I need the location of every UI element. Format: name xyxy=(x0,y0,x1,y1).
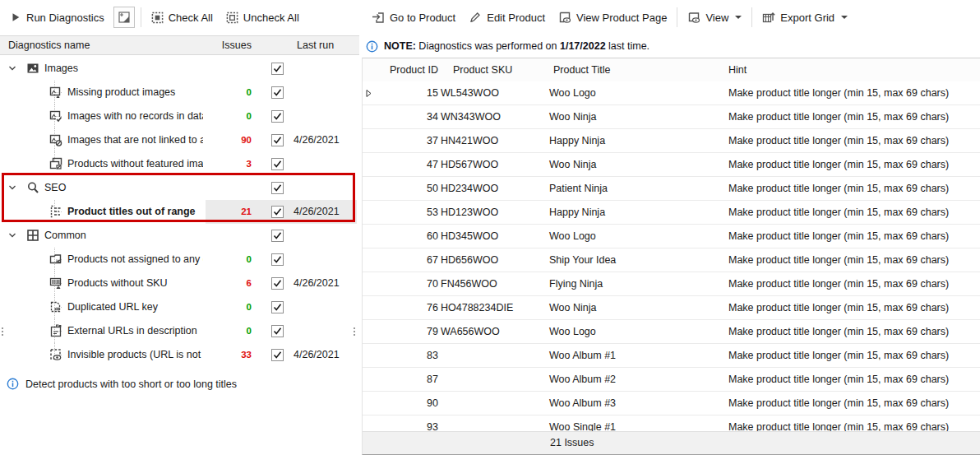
tree-item-missing-product-images[interactable]: Missing product images 0 xyxy=(0,81,359,104)
invisible-product-icon xyxy=(49,348,62,361)
checkbox[interactable] xyxy=(271,182,284,194)
column-header-diagnostics-name[interactable]: Diagnostics name xyxy=(8,39,90,51)
chevron-down-icon xyxy=(841,16,848,19)
cell-product-id: 15 xyxy=(377,87,441,99)
checkbox[interactable] xyxy=(271,277,284,290)
category-folder-icon xyxy=(49,253,62,266)
tree-item-external-urls[interactable]: External URLs in description 0 xyxy=(0,319,359,343)
tree-item-images-no-records[interactable]: Images with no records in database 0 xyxy=(0,104,359,128)
table-row[interactable]: 37 HN421WOO Happy Ninja Make product tit… xyxy=(363,129,980,153)
diagnostics-tree: Images Missing product images 0 Images w… xyxy=(0,57,359,367)
tree-item-images-not-linked[interactable]: Images that are not linked to any produc… xyxy=(0,128,359,152)
tree-item-label: Images with no records in database xyxy=(67,110,203,122)
last-run-date: 4/26/2021 xyxy=(294,277,340,289)
cell-product-sku: HO4788234DIE xyxy=(441,302,549,313)
checkbox[interactable] xyxy=(271,206,284,218)
issues-count-summary: 21 Issues xyxy=(550,437,594,448)
table-row[interactable]: 47 HD567WOO Woo Ninja Make product title… xyxy=(363,153,980,177)
tree-item-invisible-products[interactable]: Invisible products (URL is not correct) … xyxy=(0,343,359,367)
seo-group-icon xyxy=(26,181,39,194)
tree-group-common[interactable]: Common xyxy=(0,224,359,248)
sku-barcode-icon xyxy=(49,276,62,290)
tree-group-label: SEO xyxy=(44,182,203,193)
splitter-grip-right[interactable] xyxy=(354,327,355,336)
tree-item-products-without-sku[interactable]: Products without SKU 6 4/26/2021 xyxy=(0,272,359,295)
column-header-issues[interactable]: Issues xyxy=(206,39,252,51)
cell-product-title: Woo Logo xyxy=(549,230,724,242)
column-header-product-sku[interactable]: Product SKU xyxy=(441,64,549,76)
checkbox[interactable] xyxy=(271,230,284,242)
cell-product-id: 76 xyxy=(377,302,441,313)
table-row[interactable]: 34 WN343WOO Woo Ninja Make product title… xyxy=(363,105,980,129)
column-header-product-title[interactable]: Product Title xyxy=(549,64,724,76)
checkbox[interactable] xyxy=(271,110,284,123)
checkbox[interactable] xyxy=(271,325,284,337)
cell-hint: Make product title longer (min 15, max 6… xyxy=(724,350,980,361)
table-row[interactable]: 60 HD345WOO Woo Logo Make product title … xyxy=(363,225,980,248)
edit-product-button[interactable]: Edit Product xyxy=(462,5,552,30)
cell-hint: Make product title longer (min 15, max 6… xyxy=(724,302,980,313)
table-row[interactable]: 15 WL543WOO Woo Logo Make product title … xyxy=(363,81,980,105)
table-row[interactable]: 93 Woo Single #1 Make product title long… xyxy=(363,416,980,432)
table-row[interactable]: 50 HD234WOO Patient Ninja Make product t… xyxy=(363,177,980,201)
cell-hint: Make product title longer (min 15, max 6… xyxy=(724,230,980,242)
cell-product-title: Woo Album #2 xyxy=(549,374,724,385)
view-icon xyxy=(687,11,700,24)
table-row[interactable]: 76 HO4788234DIE Woo Ninja Make product t… xyxy=(363,296,980,320)
table-row[interactable]: 90 Woo Album #3 Make product title longe… xyxy=(363,392,980,416)
go-to-product-button[interactable]: Go to Product xyxy=(365,5,462,30)
export-grid-label: Export Grid xyxy=(780,12,834,24)
run-diagnostics-button[interactable]: Run Diagnostics xyxy=(3,5,111,30)
chevron-down-icon xyxy=(735,16,742,19)
cell-product-title: Woo Ninja xyxy=(549,302,724,313)
checkbox[interactable] xyxy=(271,86,284,99)
export-grid-button[interactable]: Export Grid xyxy=(756,5,854,30)
splitter-grip-left[interactable] xyxy=(2,327,3,336)
table-row[interactable]: 79 WA656WOO Woo Logo Make product title … xyxy=(363,320,980,344)
tree-item-products-without-featured-image[interactable]: Products without featured image 3 xyxy=(0,152,359,176)
column-header-last-run[interactable]: Last run xyxy=(297,39,334,51)
check-all-button[interactable]: Check All xyxy=(145,5,220,30)
table-row[interactable]: 87 Woo Album #2 Make product title longe… xyxy=(363,368,980,392)
tree-group-label: Images xyxy=(44,63,203,74)
last-run-date: 4/26/2021 xyxy=(294,349,340,360)
tree-group-images[interactable]: Images xyxy=(0,57,359,81)
issues-count: 90 xyxy=(206,135,252,145)
top-toolbar: Run Diagnostics Check All Uncheck All Go… xyxy=(0,0,980,35)
view-dropdown-button[interactable]: View xyxy=(681,5,748,30)
cell-hint: Make product title longer (min 15, max 6… xyxy=(724,254,980,266)
image-check-icon xyxy=(49,109,62,123)
cell-product-sku: HN421WOO xyxy=(441,135,549,146)
title-range-icon xyxy=(49,205,62,218)
checkbox[interactable] xyxy=(271,301,284,313)
cell-product-id: 60 xyxy=(377,230,441,242)
uncheck-all-button[interactable]: Uncheck All xyxy=(220,5,306,30)
cell-product-title: Flying Ninja xyxy=(549,278,724,290)
cell-hint: Make product title longer (min 15, max 6… xyxy=(724,159,980,170)
table-row[interactable]: 53 HD123WOO Happy Ninja Make product tit… xyxy=(363,201,980,225)
checkbox[interactable] xyxy=(271,63,284,75)
chevron-down-icon[interactable] xyxy=(8,231,16,239)
toolbar-separator xyxy=(141,7,141,27)
tree-item-duplicated-url-key[interactable]: Duplicated URL key 0 xyxy=(0,295,359,319)
checkbox[interactable] xyxy=(271,253,284,266)
chevron-down-icon[interactable] xyxy=(8,183,16,192)
tree-item-products-not-assigned-category[interactable]: Products not assigned to any category 0 xyxy=(0,248,359,272)
run-with-parameters-button[interactable] xyxy=(113,7,135,28)
checkbox[interactable] xyxy=(271,158,284,170)
column-header-product-id[interactable]: Product ID xyxy=(377,64,441,76)
checkbox[interactable] xyxy=(271,349,284,361)
view-product-page-button[interactable]: View Product Page xyxy=(552,5,673,30)
cell-product-id: 83 xyxy=(377,350,441,361)
note-bar: NOTE: Diagnostics was performed on 1/17/… xyxy=(362,35,980,58)
checkbox[interactable] xyxy=(271,134,284,146)
column-header-hint[interactable]: Hint xyxy=(724,64,980,76)
table-row[interactable]: 70 FN456WOO Flying Ninja Make product ti… xyxy=(363,272,980,296)
tree-item-product-titles-out-of-range[interactable]: Product titles out of range 21 4/26/2021 xyxy=(0,200,359,224)
tree-group-seo[interactable]: SEO xyxy=(0,176,359,200)
table-row[interactable]: 83 Woo Album #1 Make product title longe… xyxy=(363,344,980,368)
issues-count: 6 xyxy=(206,278,252,288)
table-row[interactable]: 67 HD656WOO Ship Your Idea Make product … xyxy=(363,248,980,272)
cell-product-sku: HD123WOO xyxy=(441,207,549,218)
chevron-down-icon[interactable] xyxy=(8,64,16,72)
